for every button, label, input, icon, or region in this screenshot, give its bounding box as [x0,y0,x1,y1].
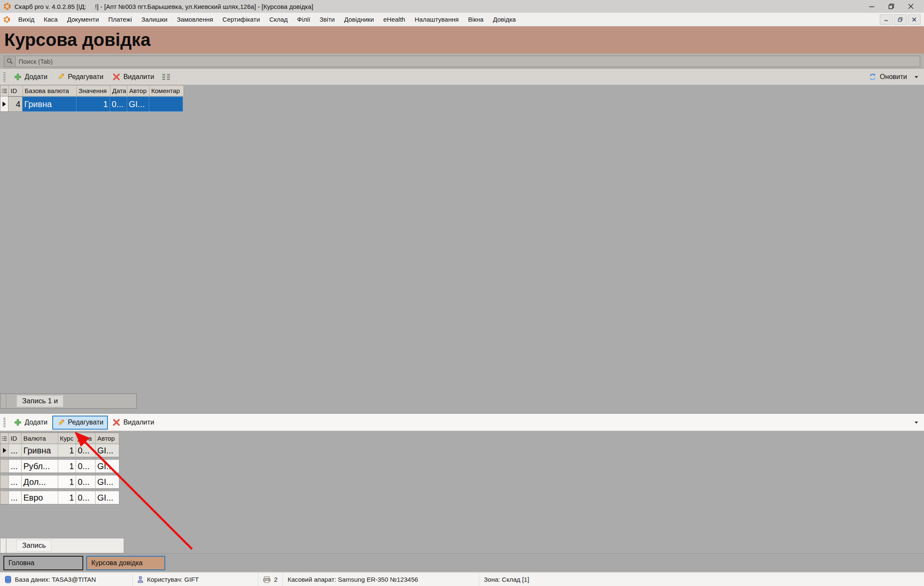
column-header-value[interactable]: Значення [77,85,110,96]
edit-button[interactable]: Редагувати [52,70,108,84]
menu-item-dokumenty[interactable]: Документи [62,14,104,25]
cell-author[interactable]: GI... [96,444,119,457]
cell-date[interactable]: 0... [76,491,96,504]
column-header-base-currency[interactable]: Базова валюта [23,85,77,96]
column-header-date[interactable]: Дата [76,433,96,444]
delete-rate-button[interactable]: Видалити [108,416,158,429]
refresh-button[interactable]: Оновити [864,70,912,84]
cell-author[interactable]: GI... [96,460,119,473]
cell-id[interactable]: ... [9,476,22,488]
status-cash-register: Касовий апарат: Samsung ER-350 №123456 [283,573,479,586]
toolbar-grip[interactable] [3,418,6,427]
rates-table-toolbar: Додати Редагувати Видалити [0,414,924,431]
cell-id[interactable]: ... [9,491,22,504]
column-header-author[interactable]: Автор [96,433,119,444]
minimize-icon[interactable] [862,0,882,13]
navigator-button[interactable] [0,538,6,553]
table-row[interactable]: ... Рубл... 1 0... GI... [0,460,119,473]
tab-kursova-dovidka[interactable]: Курсова довідка [86,556,165,570]
cell-currency[interactable]: Рубл... [22,460,58,473]
base-table: ID Базова валюта Значення Дата Автор Ком… [0,85,184,112]
toolbar-overflow-icon[interactable] [912,75,921,79]
child-close-icon[interactable] [908,14,921,25]
child-restore-icon[interactable] [894,14,907,25]
table-row[interactable]: ... Дол... 1 0... GI... [0,476,119,489]
toolbar-grip[interactable] [3,72,6,82]
menu-item-platezhi[interactable]: Платежі [104,14,137,25]
splitter[interactable] [0,409,924,414]
search-icon[interactable] [4,56,16,67]
printer-icon [263,576,271,583]
rates-table-region: ID Валюта Курс Дата Автор ... Гривна 1 0… [0,431,924,538]
child-minimize-icon[interactable] [880,14,893,25]
cell-date[interactable]: 0... [76,444,96,457]
app-window: Скарб pro v. 4.0.2.85 [ІД: !] - [Апт №00… [0,0,924,586]
cell-author[interactable]: GI... [127,96,149,112]
cell-rate[interactable]: 1 [58,460,76,473]
menu-item-vyhid[interactable]: Вихід [14,14,39,25]
cell-date[interactable]: 0... [76,476,96,488]
toolbar-overflow-icon[interactable] [912,421,921,424]
cell-author[interactable]: GI... [96,476,119,488]
table-row[interactable]: 4 Гривна 1 0... GI... [0,96,184,112]
cell-currency[interactable]: Гривна [22,444,58,457]
cell-rate[interactable]: 1 [58,444,76,457]
base-table-header: ID Базова валюта Значення Дата Автор Ком… [0,85,184,96]
columns-icon[interactable] [161,73,171,81]
menu-item-dovidka[interactable]: Довідка [488,14,520,25]
search-box [4,56,920,67]
edit-rate-button[interactable]: Редагувати [52,416,108,430]
cell-author[interactable]: GI... [96,491,119,504]
menu-item-zamovlennia[interactable]: Замовлення [172,14,218,25]
cell-date[interactable]: 0... [110,96,127,112]
cell-currency[interactable]: Гривна [23,96,76,112]
add-rate-button[interactable]: Додати [9,416,52,429]
cell-id[interactable]: ... [9,460,22,473]
menu-item-nalashtuvannia[interactable]: Налаштування [410,14,463,25]
table-row[interactable]: ... Гривна 1 0... GI... [0,444,119,457]
menu-item-vikna[interactable]: Вікна [463,14,489,25]
grid-indicator-icon[interactable] [0,85,9,96]
cell-rate[interactable]: 1 [58,491,76,504]
cell-comment[interactable] [149,96,183,112]
window-title: Скарб pro v. 4.0.2.85 [ІД: !] - [Апт №00… [14,3,313,10]
menu-item-sertyfikaty[interactable]: Сертифікати [218,14,265,25]
cell-currency[interactable]: Дол... [22,476,58,488]
delete-button[interactable]: Видалити [108,70,158,84]
search-input[interactable] [16,56,920,67]
pencil-icon [57,73,65,81]
refresh-icon [868,73,877,81]
column-header-id[interactable]: ID [9,433,22,444]
cell-date[interactable]: 0... [76,460,96,473]
add-button[interactable]: Додати [9,70,52,84]
column-header-rate[interactable]: Курс [58,433,76,444]
table-row[interactable]: ... Евро 1 0... GI... [0,491,119,504]
column-header-author[interactable]: Автор [127,85,150,96]
cell-id[interactable]: ... [9,444,22,457]
cell-rate[interactable]: 1 [58,476,76,488]
page-header: Курсова довідка [0,26,924,54]
cell-currency[interactable]: Евро [22,491,58,504]
red-x-icon [113,419,120,426]
grid-indicator-icon[interactable] [0,433,9,444]
menu-item-kasa[interactable]: Каса [39,14,62,25]
menu-item-sklad[interactable]: Склад [265,14,292,25]
column-header-date[interactable]: Дата [110,85,127,96]
cell-id[interactable]: 4 [8,96,23,112]
menu-item-zalyshky[interactable]: Залишки [137,14,172,25]
column-header-currency[interactable]: Валюта [22,433,58,444]
menu-item-zvity[interactable]: Звіти [315,14,339,25]
menu-item-filii[interactable]: Філії [292,14,315,25]
close-icon[interactable] [901,0,921,13]
menu-item-ehealth[interactable]: eHealth [379,14,410,25]
column-header-id[interactable]: ID [9,85,23,96]
plus-icon [14,73,22,81]
cell-value[interactable]: 1 [76,96,110,112]
navigator-button[interactable] [0,394,6,408]
restore-icon[interactable] [882,0,901,13]
column-header-comment[interactable]: Коментар [150,85,184,96]
status-bar: База даних: TASA3@TITAN Користувач: GIFT… [0,572,924,586]
menu-item-dovidnyky[interactable]: Довідники [339,14,379,25]
tab-holovna[interactable]: Головна [3,556,83,570]
person-icon [137,576,144,583]
